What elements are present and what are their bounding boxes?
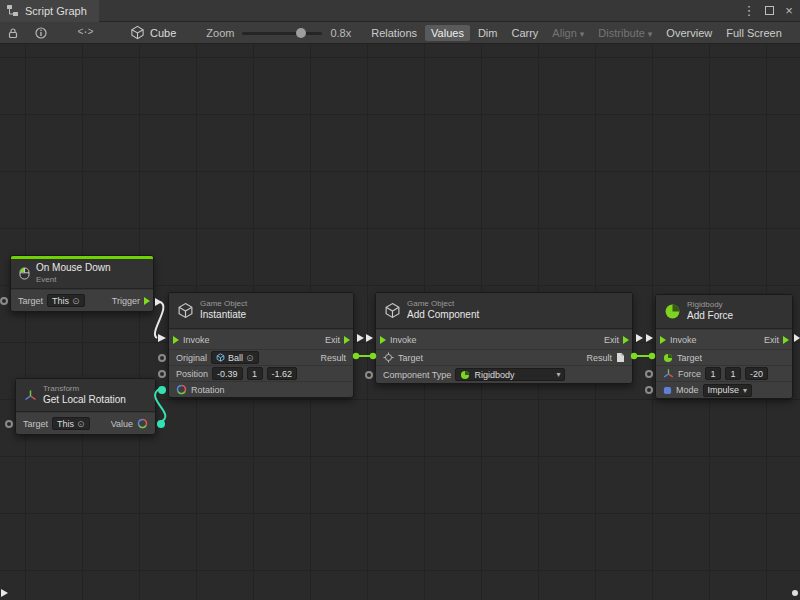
zoom-slider-handle[interactable]	[296, 28, 306, 38]
flow-port-invoke[interactable]	[660, 336, 666, 344]
kebab-menu-icon[interactable]: ⋮	[740, 2, 758, 20]
document-icon	[616, 352, 625, 363]
object-picker-icon[interactable]: ⊙	[72, 296, 80, 306]
invoke-label: Invoke	[390, 335, 417, 345]
info-icon[interactable]	[30, 22, 52, 44]
invoke-label: Invoke	[183, 335, 210, 345]
wire-arrowhead	[357, 334, 364, 342]
node-title: Add Force	[687, 310, 733, 323]
zoom-slider[interactable]	[242, 27, 322, 39]
value-port-target[interactable]	[5, 420, 13, 428]
wire-arrowhead	[158, 334, 166, 342]
mode-dropdown[interactable]: Impulse ▾	[703, 384, 753, 397]
value-port-original[interactable]	[158, 354, 166, 362]
values-button[interactable]: Values	[425, 25, 470, 41]
game-object-icon	[384, 302, 401, 319]
component-type-dropdown[interactable]: Rigidbody ▾	[455, 368, 565, 381]
original-value: Ball	[228, 353, 243, 363]
node-title: Add Component	[407, 309, 479, 322]
component-type-label: Component Type	[383, 370, 451, 380]
row-target-value: Target This ⊙ Value	[16, 412, 155, 434]
prefab-cube-icon	[216, 353, 225, 362]
original-value-chip[interactable]: Ball ⊙	[211, 351, 259, 364]
target-label: Target	[398, 353, 423, 363]
exit-label: Exit	[325, 335, 340, 345]
carry-button[interactable]: Carry	[505, 25, 544, 41]
flow-port-trigger[interactable]	[144, 297, 150, 305]
wire-rotation-value	[155, 389, 165, 422]
value-port-rotation[interactable]	[158, 386, 166, 394]
row-target: Target	[656, 349, 792, 365]
position-x-field[interactable]: -0.39	[212, 367, 243, 380]
rotation-gizmo-icon	[137, 418, 148, 429]
flow-port-invoke[interactable]	[173, 336, 179, 344]
result-label: Result	[320, 353, 346, 363]
node-on-mouse-down[interactable]: On Mouse Down Event Target This ⊙ Trigge…	[10, 255, 154, 312]
rotation-label: Rotation	[191, 385, 225, 395]
row-original-result: Original Ball ⊙ Result	[169, 349, 353, 365]
full-screen-button[interactable]: Full Screen	[720, 25, 788, 41]
target-value: This	[57, 419, 74, 429]
value-port-target[interactable]	[0, 297, 8, 305]
value-port-force[interactable]	[645, 370, 653, 378]
node-instantiate[interactable]: Game Object Instantiate Invoke Exit Orig…	[168, 292, 354, 398]
flow-port-invoke[interactable]	[380, 336, 386, 344]
node-add-force[interactable]: Rigidbody Add Force Invoke Exit Target	[655, 294, 793, 399]
position-z-field[interactable]: -1.62	[267, 367, 298, 380]
relations-button[interactable]: Relations	[365, 25, 423, 41]
flow-port-exit[interactable]	[623, 336, 629, 344]
flow-port-exit[interactable]	[344, 336, 350, 344]
force-label: Force	[678, 369, 701, 379]
rotation-gizmo-icon	[176, 384, 187, 395]
graph-name-label: Cube	[150, 27, 176, 39]
graph-name[interactable]: Cube	[130, 25, 176, 40]
mouse-icon	[19, 267, 30, 280]
dim-button[interactable]: Dim	[472, 25, 504, 41]
exit-label: Exit	[604, 335, 619, 345]
node-get-local-rotation[interactable]: Transform Get Local Rotation Target This…	[15, 378, 156, 435]
script-graph-window: Script Graph ⋮ × <·> Cube	[0, 0, 800, 600]
node-subtitle: Event	[36, 275, 110, 285]
node-category: Game Object	[407, 299, 479, 309]
flow-port-exit[interactable]	[783, 336, 789, 344]
target-value-chip[interactable]: This ⊙	[47, 294, 85, 307]
force-z-field[interactable]: -20	[745, 367, 768, 380]
vector3-icon	[663, 368, 674, 379]
node-on-mouse-down-header: On Mouse Down Event	[11, 259, 153, 289]
tab-script-graph[interactable]: Script Graph	[0, 0, 99, 22]
value-port-position[interactable]	[158, 370, 166, 378]
object-picker-icon[interactable]: ⊙	[77, 419, 85, 429]
node-add-component[interactable]: Game Object Add Component Invoke Exit Ta…	[375, 292, 633, 384]
row-position: Position -0.39 1 -1.62	[169, 365, 353, 381]
node-category: Transform	[43, 384, 126, 394]
cube-icon	[130, 25, 145, 40]
script-graph-icon	[6, 4, 19, 17]
force-x-field[interactable]: 1	[705, 367, 721, 380]
position-y-field[interactable]: 1	[247, 367, 263, 380]
chevron-down-icon: ▾	[743, 386, 747, 395]
overview-button[interactable]: Overview	[660, 25, 718, 41]
lock-icon[interactable]	[2, 22, 24, 44]
value-port-mode[interactable]	[645, 386, 653, 394]
maximize-icon[interactable]	[760, 2, 778, 20]
code-view-icon[interactable]: <·>	[74, 22, 96, 44]
row-rotation: Rotation	[169, 381, 353, 397]
node-instantiate-header: Game Object Instantiate	[169, 293, 353, 329]
value-port-component-type[interactable]	[365, 371, 373, 379]
target-label: Target	[18, 296, 43, 306]
close-icon[interactable]: ×	[780, 2, 798, 20]
rigidbody-icon	[664, 303, 681, 320]
toolbar-buttons: Relations Values Dim Carry Align Distrib…	[365, 25, 788, 41]
row-force: Force 1 1 -20	[656, 365, 792, 381]
force-y-field[interactable]: 1	[725, 367, 741, 380]
node-add-force-header: Rigidbody Add Force	[656, 295, 792, 329]
target-value-chip[interactable]: This ⊙	[52, 417, 90, 430]
trigger-label: Trigger	[112, 296, 140, 306]
row-component-type: Component Type Rigidbody ▾	[376, 365, 632, 383]
zoom-label: Zoom	[206, 27, 234, 39]
value-port-output[interactable]	[157, 420, 165, 428]
object-picker-icon[interactable]: ⊙	[246, 353, 254, 363]
transform-icon	[24, 389, 37, 402]
node-title: Get Local Rotation	[43, 394, 126, 407]
graph-canvas[interactable]: On Mouse Down Event Target This ⊙ Trigge…	[0, 44, 800, 600]
